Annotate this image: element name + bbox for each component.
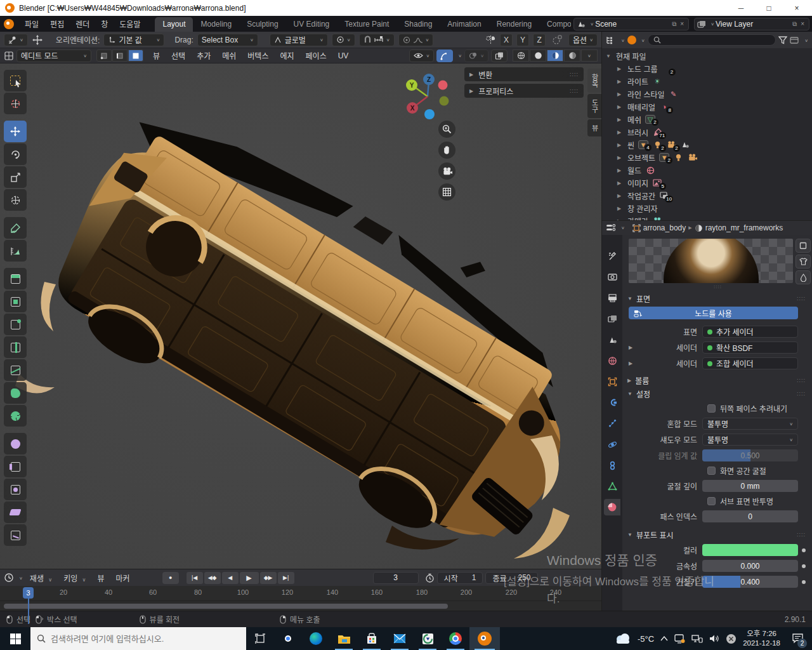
tab-world[interactable] [604, 352, 620, 369]
roughness-slider[interactable]: 0.400 [702, 576, 798, 588]
eject-icon[interactable] [726, 633, 737, 644]
task-view-button[interactable] [246, 627, 274, 650]
expand-icon[interactable]: ▶ [627, 345, 636, 350]
expand-icon[interactable]: ▶ [627, 361, 636, 366]
blender-taskbar-icon[interactable] [469, 627, 500, 650]
options-dropdown[interactable]: 옵션 ∨ [568, 34, 598, 46]
outliner-item-worlds[interactable]: ▶ 월드 [602, 164, 812, 176]
play-button[interactable]: ▶ [240, 572, 259, 584]
file-explorer-icon[interactable] [330, 627, 358, 650]
navigation-gizmo[interactable]: Z Y X [403, 71, 452, 119]
tab-modeling[interactable]: Modeling [193, 17, 239, 32]
rip-region-tool[interactable] [4, 524, 27, 546]
zoom-button[interactable] [438, 121, 455, 138]
preview-plane-button[interactable] [796, 239, 811, 253]
scene-name[interactable]: Scene [594, 20, 670, 29]
scale-tool[interactable] [4, 166, 27, 188]
preview-liquid-button[interactable] [796, 270, 811, 284]
preview-cloth-button[interactable] [796, 255, 811, 269]
network-icon[interactable] [691, 634, 703, 643]
car-model[interactable] [0, 63, 601, 569]
outliner-editor-icon[interactable] [606, 36, 616, 44]
outliner-item-cameras[interactable]: ▶ 카메라 [602, 215, 812, 220]
surface-panel-header[interactable]: ▼ 표면 :::: [627, 293, 808, 304]
select-box-tool[interactable] [4, 70, 27, 91]
outliner-item-materials[interactable]: ▶ 매테리얼 ◑8 [602, 100, 812, 113]
bevel-tool[interactable] [4, 314, 27, 335]
edge-select-button[interactable] [112, 50, 128, 62]
current-frame-field[interactable]: 3 [373, 572, 419, 584]
outliner-item-workspaces[interactable]: ▶ 작업공간 10 [602, 189, 812, 202]
tab-render[interactable] [604, 269, 620, 285]
expand-icon[interactable]: ▶ [617, 168, 624, 173]
volume-icon[interactable] [709, 634, 719, 643]
poly-build-tool[interactable] [4, 382, 27, 404]
menu-face[interactable]: 페이스 [301, 49, 331, 62]
inset-faces-tool[interactable] [4, 291, 27, 312]
taskbar-search[interactable] [30, 627, 246, 650]
loop-cut-tool[interactable] [4, 336, 27, 358]
menu-edge[interactable]: 에지 [275, 49, 298, 62]
settings-panel-header[interactable]: ▼ 설정 :::: [627, 388, 808, 399]
view-layer-selector[interactable]: ∨ View Layer ⧉ × [694, 18, 809, 30]
rotate-tool[interactable] [4, 143, 27, 165]
expand-icon[interactable]: ▶ [617, 206, 624, 211]
tray-expand-icon[interactable] [660, 636, 668, 641]
ortho-toggle-button[interactable] [438, 183, 455, 201]
shadow-mode-dropdown[interactable]: 불투명 ∨ [702, 434, 798, 446]
edge-icon[interactable] [302, 627, 330, 650]
minimize-button[interactable]: ─ [727, 0, 755, 16]
expand-icon[interactable]: ▶ [617, 155, 624, 161]
timeline-ruler[interactable]: 20 40 60 80 100 120 140 160 180 200 220 … [0, 586, 601, 601]
outliner-item-line-styles[interactable]: ▶ 라인 스타일 ✎ [602, 88, 812, 100]
outliner-search[interactable] [648, 34, 776, 46]
frame-start-field[interactable]: 시작 1 [437, 572, 483, 584]
refraction-depth-field[interactable]: 0 mm [702, 480, 798, 492]
sss-checkbox[interactable] [707, 497, 716, 505]
tab-animation[interactable]: Animation [440, 17, 488, 32]
spin-tool[interactable] [4, 405, 27, 427]
viewport-display-panel-header[interactable]: ▼ 뷰포트 표시 :::: [627, 529, 808, 540]
playhead[interactable]: 3 [23, 587, 34, 599]
edge-slide-tool[interactable] [4, 456, 27, 477]
close-button[interactable]: × [783, 0, 811, 16]
tab-tool[interactable] [604, 248, 620, 264]
menu-render[interactable]: 렌더 [70, 16, 95, 32]
mirror-x-button[interactable]: X [500, 34, 513, 46]
vertex-select-button[interactable] [96, 50, 112, 62]
search-input[interactable] [51, 634, 222, 644]
use-nodes-button[interactable]: 노드를 사용 [629, 307, 798, 319]
temperature[interactable]: -5°C [638, 634, 654, 644]
scene-selector[interactable]: ∨ Scene ⧉ × [573, 18, 689, 30]
mirror-z-button[interactable]: Z [533, 34, 546, 46]
properties-editor-icon[interactable] [606, 223, 616, 232]
mode-dropdown[interactable]: 에디트 모드 ∨ [16, 50, 91, 62]
expand-icon[interactable]: ▶ [617, 180, 624, 186]
next-keyframe-button[interactable]: ◆▶ [260, 572, 277, 584]
clip-threshold-slider[interactable]: 0.500 [702, 449, 798, 461]
scene-copy-icon[interactable]: ⧉ [670, 20, 678, 28]
transform-panel-header[interactable]: ▶ 변환 :::: [464, 67, 584, 81]
tab-uv-editing[interactable]: UV Editing [286, 17, 337, 32]
outliner-item-objects[interactable]: ▶ 오브젝트 ▼2 [602, 151, 812, 164]
tab-object-data[interactable] [604, 478, 620, 494]
tab-particles[interactable] [604, 415, 620, 432]
outliner-item-brushes[interactable]: ▶ 브러시 71 [602, 126, 812, 138]
snap-toggle[interactable]: ∨ [359, 34, 395, 46]
view-layer-name[interactable]: View Layer [714, 20, 790, 29]
mail-icon[interactable] [386, 627, 414, 650]
display-mode-icon[interactable] [790, 36, 799, 44]
menu-playback[interactable]: 재생 ∨ [25, 571, 56, 585]
mirror-y-button[interactable]: Y [516, 34, 529, 46]
jump-to-end-button[interactable]: ▶| [278, 572, 294, 584]
outliner-root[interactable]: ▼ 현재 파일 [602, 50, 812, 62]
pass-index-field[interactable]: 0 [702, 510, 798, 522]
breadcrumb-object[interactable]: arrona_body [643, 223, 686, 232]
taskbar-clock[interactable]: 오후 7:26 2021-12-18 [743, 629, 780, 648]
chrome2-icon[interactable] [442, 627, 469, 650]
menu-help[interactable]: 도움말 [114, 16, 146, 32]
proportional-edit-toggle[interactable]: ∨ [398, 34, 434, 46]
volume-panel-header[interactable]: ▶ 볼륨 :::: [627, 375, 808, 386]
menu-file[interactable]: 파일 [19, 16, 44, 32]
menu-select[interactable]: 선택 [167, 49, 190, 62]
